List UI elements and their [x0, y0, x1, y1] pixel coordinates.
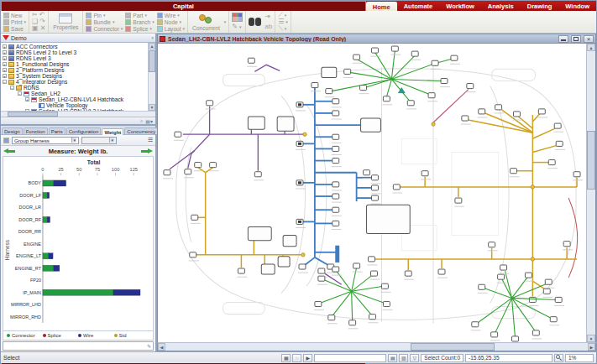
bundle-segment[interactable]: [198, 168, 206, 173]
connector-node[interactable]: [333, 134, 339, 139]
connector-node[interactable]: [411, 51, 418, 56]
pan-icon[interactable]: ◌: [292, 354, 301, 362]
connector-node[interactable]: [315, 301, 322, 306]
tree-item[interactable]: +2_Platform Designs: [3, 67, 148, 73]
component-box[interactable]: [361, 118, 381, 132]
layout-button[interactable]: Layout▾: [157, 25, 185, 32]
connector-node[interactable]: [438, 269, 445, 274]
connector-node[interactable]: [207, 101, 213, 106]
scroll-thumb[interactable]: [587, 131, 595, 190]
insight-footer-field[interactable]: ✎: [3, 341, 154, 351]
connector-node[interactable]: [563, 242, 570, 247]
topology-canvas[interactable]: [158, 44, 586, 342]
connector-node[interactable]: [525, 273, 532, 278]
connector-node[interactable]: [254, 172, 261, 177]
component-box[interactable]: [283, 236, 296, 247]
connector-node[interactable]: [333, 207, 339, 212]
document-titlebar[interactable]: Sedan_LH2-CBN-LVL2 Hatchback Vehicle Top…: [157, 34, 596, 44]
pen-style-button[interactable]: ✎▾: [232, 23, 243, 30]
connector-node[interactable]: [164, 170, 170, 175]
connector-node[interactable]: [175, 132, 181, 137]
scroll-down-icon[interactable]: ▼: [587, 335, 595, 342]
connector-button[interactable]: Connector▾: [86, 25, 123, 32]
connector-node[interactable]: [333, 159, 339, 164]
minimize-button[interactable]: [558, 35, 568, 43]
connector-node[interactable]: [372, 48, 379, 53]
connector-node[interactable]: [491, 332, 498, 337]
connector-node[interactable]: [299, 264, 306, 269]
connector-node[interactable]: [514, 112, 521, 117]
next-measure-button[interactable]: [141, 148, 153, 153]
connector-node[interactable]: [190, 252, 196, 257]
connector-node[interactable]: [441, 78, 448, 83]
close-button[interactable]: ✕: [584, 35, 594, 43]
connector-node[interactable]: [383, 96, 390, 101]
properties-button[interactable]: Properties: [51, 13, 80, 30]
group-dropdown[interactable]: Group Harness▾: [12, 137, 79, 144]
connector-node[interactable]: [353, 55, 360, 60]
bar-segment[interactable]: [43, 216, 47, 222]
chevron-down-icon[interactable]: ▾: [151, 35, 154, 40]
junction-dot[interactable]: [303, 133, 306, 136]
tab-function[interactable]: Function: [24, 127, 48, 134]
grid-toggle-icon[interactable]: ▦: [281, 354, 291, 362]
connector-node[interactable]: [318, 276, 325, 281]
connector-node[interactable]: [391, 46, 398, 51]
scroll-right-icon[interactable]: ▶: [588, 343, 595, 351]
bundle-segment[interactable]: [170, 150, 195, 169]
tab-design[interactable]: Design: [2, 127, 23, 134]
tree-item[interactable]: +Sedan_LH2-CBN-LVL4 Hatchback: [3, 96, 148, 102]
canvas-vertical-scrollbar[interactable]: ▲ ▼: [586, 44, 595, 342]
tree-item[interactable]: +RDNS Level 3: [3, 55, 148, 61]
connector-node[interactable]: [191, 215, 198, 220]
print-button[interactable]: Print▾: [3, 18, 26, 25]
connector-node[interactable]: [479, 109, 485, 114]
bundle-segment[interactable]: [532, 145, 557, 152]
tree-expander-icon[interactable]: −: [10, 86, 14, 90]
branch-button[interactable]: Branch▾: [125, 18, 154, 25]
connector-node[interactable]: [451, 55, 458, 60]
connector-node[interactable]: [550, 317, 557, 322]
bar-segment[interactable]: [113, 289, 140, 295]
connector-node[interactable]: [185, 169, 191, 174]
bundle-segment[interactable]: [477, 298, 512, 323]
connector-node[interactable]: [381, 283, 388, 289]
bundle-segment[interactable]: [505, 271, 512, 298]
pin-button[interactable]: Pin▾: [86, 12, 123, 18]
connector-node[interactable]: [333, 111, 339, 116]
connector-node[interactable]: [543, 289, 550, 294]
connector-node[interactable]: [472, 322, 479, 327]
connector-node[interactable]: [455, 198, 462, 203]
tree-item[interactable]: +RDNS Level 2 to Level 3: [3, 49, 148, 55]
tree-item[interactable]: +ACC Connectors: [3, 44, 148, 49]
connector-node[interactable]: [360, 86, 367, 91]
wire-button[interactable]: Wire▾: [157, 12, 185, 18]
bar-segment[interactable]: [43, 289, 113, 295]
connector-node[interactable]: [372, 185, 379, 190]
find-next-button[interactable]: ⇥: [264, 13, 272, 20]
connector-node[interactable]: [407, 101, 414, 106]
bar-segment[interactable]: [43, 265, 54, 271]
search-icon[interactable]: ⌕: [140, 118, 143, 124]
bar-segment[interactable]: [47, 192, 50, 198]
menu-tab-automate[interactable]: Automate: [397, 1, 440, 11]
junction-dot[interactable]: [301, 253, 305, 257]
connector-node[interactable]: [383, 301, 390, 306]
connector-node[interactable]: [405, 271, 411, 276]
menu-tab-home[interactable]: Home: [366, 2, 397, 11]
bundle-segment[interactable]: [352, 286, 384, 291]
scroll-thumb[interactable]: [411, 343, 495, 351]
connector-node[interactable]: [372, 175, 379, 180]
connector-node[interactable]: [555, 297, 562, 302]
connector-node[interactable]: [195, 163, 202, 168]
connector-node[interactable]: [333, 182, 339, 187]
connector-node[interactable]: [238, 268, 244, 273]
tab-parts[interactable]: Parts: [49, 127, 65, 134]
bar-segment[interactable]: [47, 216, 50, 222]
tree-expander-icon[interactable]: +: [3, 44, 7, 49]
bundle-segment[interactable]: [254, 65, 280, 71]
junction-dot[interactable]: [432, 122, 435, 126]
connector-node[interactable]: [556, 141, 563, 146]
bundle-segment[interactable]: [495, 298, 512, 332]
connector-node[interactable]: [422, 171, 428, 176]
